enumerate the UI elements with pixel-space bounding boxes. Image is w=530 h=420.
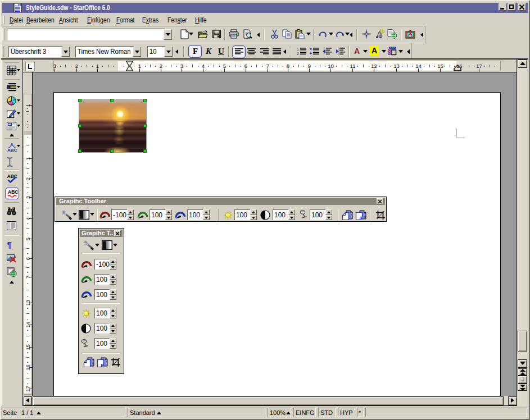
svg-text:ABC: ABC	[7, 174, 17, 179]
svg-text:ABC: ABC	[7, 148, 17, 152]
svg-text:1: 1	[297, 47, 299, 51]
svg-text:¶: ¶	[7, 240, 12, 249]
svg-text:ABC: ABC	[8, 189, 18, 195]
svg-text:2: 2	[297, 52, 299, 56]
